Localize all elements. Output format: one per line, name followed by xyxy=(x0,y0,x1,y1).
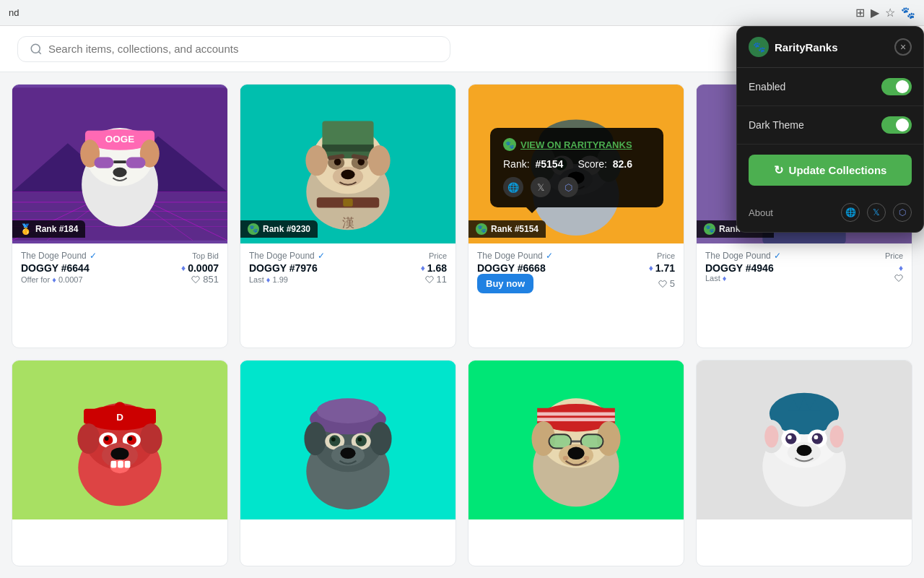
collection-1: The Doge Pound ✓ Top Bid xyxy=(21,251,219,261)
svg-point-155 xyxy=(788,435,792,439)
dark-theme-toggle[interactable] xyxy=(881,116,912,134)
collection-3: The Doge Pound ✓ Price xyxy=(477,251,675,261)
browser-chrome: nd ⊞ ▶ ☆ 🐾 xyxy=(0,0,924,26)
eth-icon-3: ♦ xyxy=(649,263,653,273)
svg-point-138 xyxy=(563,456,569,460)
rank-text-2: Rank #9230 xyxy=(263,224,310,234)
svg-rect-102 xyxy=(111,460,117,467)
price-label-3: Price xyxy=(657,251,675,260)
footer-row-3: Buy now 5 xyxy=(477,274,675,293)
svg-text:D: D xyxy=(116,412,123,423)
verified-3: ✓ xyxy=(546,251,553,261)
popup-logo: 🐾 xyxy=(749,37,769,57)
buy-now-btn-3[interactable]: Buy now xyxy=(477,274,533,293)
rarity-tooltip: 🐾 VIEW ON RARITYRANKS Rank: #5154 Score:… xyxy=(490,128,663,207)
collection-4: The Doge Pound ✓ Price xyxy=(705,251,903,261)
score-stat: Score: 82.6 xyxy=(578,158,632,170)
dark-theme-label: Dark Theme xyxy=(749,119,804,131)
popup-header: 🐾 RarityRanks × xyxy=(737,27,923,68)
tooltip-twitter-icon[interactable]: 𝕏 xyxy=(531,177,551,197)
enabled-row: Enabled xyxy=(737,68,923,106)
card-name-4: DOGGY #4946 xyxy=(705,262,774,274)
svg-point-137 xyxy=(567,447,584,459)
translate-icon[interactable]: ⊞ xyxy=(855,6,865,20)
tooltip-globe-icon[interactable]: 🌐 xyxy=(503,177,523,197)
play-icon[interactable]: ▶ xyxy=(871,6,879,20)
search-input[interactable] xyxy=(48,43,438,55)
price-label-4: Price xyxy=(885,251,903,260)
svg-point-97 xyxy=(128,436,133,441)
rank-text-1: Rank #184 xyxy=(35,224,78,234)
twitter-icon[interactable]: 𝕏 xyxy=(867,203,886,222)
svg-point-109 xyxy=(317,398,380,423)
svg-point-0 xyxy=(31,44,40,53)
nft-image-6 xyxy=(240,361,456,519)
svg-point-35 xyxy=(334,158,341,165)
nft-card-8[interactable] xyxy=(696,360,912,567)
likes-4 xyxy=(894,274,903,282)
social-icons: 🌐 𝕏 ⬡ xyxy=(841,203,912,222)
svg-point-32 xyxy=(368,145,391,176)
svg-rect-23 xyxy=(113,160,126,163)
globe-icon[interactable]: 🌐 xyxy=(841,203,860,222)
nft-card-6[interactable] xyxy=(240,360,456,567)
enabled-slider xyxy=(881,78,912,95)
svg-rect-104 xyxy=(125,460,131,467)
search-bar xyxy=(17,36,450,62)
nft-card-1[interactable]: OOGE 🥇 Rank #184 The Doge Pound ✓ xyxy=(12,84,228,348)
card-price-3: ♦ 1.71 xyxy=(649,262,675,274)
card-body-2: The Doge Pound ✓ Price DOGGY #7976 ♦ 1.6… xyxy=(240,243,456,292)
verified-1: ✓ xyxy=(90,251,97,261)
title-row-4: DOGGY #4946 ♦ xyxy=(705,262,903,274)
collection-name-1: The Doge Pound xyxy=(21,251,87,261)
svg-point-149 xyxy=(764,425,778,447)
svg-rect-22 xyxy=(126,157,146,168)
update-collections-button[interactable]: ↻ Update Collections xyxy=(749,155,912,186)
enabled-toggle[interactable] xyxy=(881,78,912,95)
price-label-1: Top Bid xyxy=(192,251,219,260)
svg-point-117 xyxy=(357,437,362,441)
eth-icon-1: ♦ xyxy=(181,263,186,273)
dark-theme-row: Dark Theme xyxy=(737,106,923,144)
svg-rect-21 xyxy=(94,157,113,168)
card-body-4: The Doge Pound ✓ Price DOGGY #4946 ♦ Las… xyxy=(697,243,912,290)
rarityranks-popup: 🐾 RarityRanks × Enabled Dark Theme ↻ Upd… xyxy=(736,26,924,233)
discord-icon[interactable]: ⬡ xyxy=(893,203,912,222)
svg-point-116 xyxy=(331,437,336,441)
title-row-3: DOGGY #6668 ♦ 1.71 xyxy=(477,262,675,274)
svg-point-139 xyxy=(584,456,590,460)
svg-point-111 xyxy=(370,422,392,455)
verified-2: ✓ xyxy=(318,251,325,261)
nft-image-2: 漢 xyxy=(240,85,456,243)
nft-card-5[interactable]: D xyxy=(12,360,228,567)
likes-1: 851 xyxy=(191,274,219,285)
nft-card-3[interactable]: 🐾 VIEW ON RARITYRANKS Rank: #5154 Score:… xyxy=(468,84,684,348)
svg-point-110 xyxy=(304,422,326,455)
verified-4: ✓ xyxy=(774,251,781,261)
paw-icon-2: 🐾 xyxy=(248,223,259,235)
svg-point-41 xyxy=(341,170,354,179)
svg-point-91 xyxy=(140,423,162,453)
svg-rect-127 xyxy=(537,418,615,421)
nft-card-2[interactable]: 漢 🐾 Rank #9230 The Doge Pound ✓ Price DO… xyxy=(240,84,456,348)
medal-icon-1: 🥇 xyxy=(19,223,32,235)
tooltip-social: 🌐 𝕏 ⬡ xyxy=(503,177,650,197)
svg-rect-30 xyxy=(322,144,373,152)
rarity-link[interactable]: 🐾 VIEW ON RARITYRANKS xyxy=(503,138,650,151)
enabled-label: Enabled xyxy=(749,81,785,92)
likes-2: 11 xyxy=(425,274,447,285)
nft-card-7[interactable] xyxy=(468,360,684,567)
tooltip-discord-icon[interactable]: ⬡ xyxy=(558,177,578,197)
star-icon[interactable]: ☆ xyxy=(885,6,895,20)
nft-image-1: OOGE xyxy=(12,85,227,243)
paw-icon-4: 🐾 xyxy=(704,223,715,235)
svg-point-96 xyxy=(105,436,109,441)
extension-icon[interactable]: 🐾 xyxy=(901,6,915,20)
popup-close-button[interactable]: × xyxy=(894,38,912,56)
nft-image-7 xyxy=(468,361,684,519)
price-label-2: Price xyxy=(429,251,447,260)
about-link[interactable]: About xyxy=(749,207,773,218)
title-row-1: DOGGY #6644 ♦ 0.0007 xyxy=(21,262,219,274)
eth-icon-2: ♦ xyxy=(421,263,425,273)
popup-title: RarityRanks xyxy=(775,41,894,53)
